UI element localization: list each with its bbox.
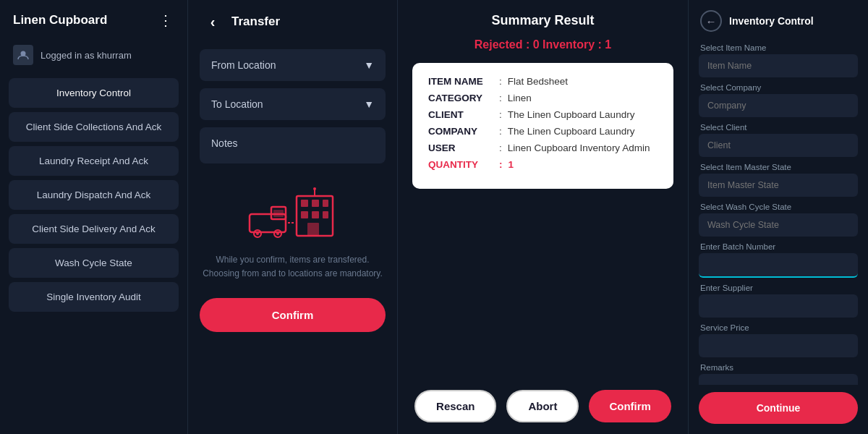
sidebar-item-laundry-dispatch[interactable]: Laundry Dispatch And Ack [9, 180, 179, 210]
client-field-label: Select Client [699, 123, 858, 132]
batch-field-label: Enter Batch Number [699, 242, 858, 251]
from-location-arrow-icon: ▼ [364, 59, 374, 71]
confirm-summary-button[interactable]: Confirm [589, 390, 671, 422]
user-label: Logged in as khurram [41, 50, 132, 61]
wash-cycle-field-label: Select Wash Cycle State [699, 203, 858, 211]
field-group-client: Select Client [699, 123, 858, 157]
item-name-value: Flat Bedsheet [508, 76, 568, 87]
rescan-button[interactable]: Rescan [414, 390, 496, 422]
user-sep: : [499, 142, 502, 153]
batch-number-input[interactable] [699, 253, 858, 278]
company-value: The Linen Cupboard Laundry [508, 126, 635, 137]
to-location-arrow-icon: ▼ [364, 98, 374, 110]
company-input[interactable] [699, 94, 858, 117]
client-label: CLIENT [428, 109, 493, 120]
transfer-title: Transfer [231, 14, 280, 29]
summary-title: Summary Result [398, 0, 688, 35]
transfer-info-text: While you confirm, items are transfered.… [188, 250, 397, 292]
remarks-input[interactable] [699, 374, 858, 385]
user-value: Linen Cupboard Inventory Admin [508, 142, 650, 153]
field-group-service-price: Service Price [699, 323, 858, 357]
field-group-supplier: Enter Supplier [699, 284, 858, 318]
supplier-input[interactable] [699, 294, 858, 318]
svg-rect-17 [273, 210, 284, 217]
field-group-company: Select Company [699, 83, 858, 117]
item-name-label: ITEM NAME [428, 76, 493, 87]
to-location-dropdown[interactable]: To Location ▼ [200, 88, 386, 120]
transfer-confirm-button[interactable]: Confirm [200, 298, 386, 332]
notes-field[interactable]: Notes [200, 127, 386, 163]
client-value: The Linen Cupboard Laundry [508, 109, 635, 120]
inventory-back-button[interactable]: ← [700, 10, 722, 32]
from-location-label: From Location [211, 59, 276, 71]
category-label: CATEGORY [428, 93, 493, 103]
sidebar-item-client-collections[interactable]: Client Side Collections And Ack [9, 112, 179, 142]
wash-cycle-input[interactable] [699, 213, 858, 237]
inventory-form: Select Item Name Select Company Select C… [689, 41, 868, 385]
abort-button[interactable]: Abort [506, 390, 579, 422]
summary-panel: Summary Result Rejected : 0 Inventory : … [398, 0, 689, 434]
sidebar-item-inventory-control[interactable]: Inventory Control [9, 78, 179, 108]
back-button[interactable]: ‹ [203, 12, 223, 32]
company-label: COMPANY [428, 126, 493, 137]
svg-rect-4 [323, 200, 328, 207]
field-group-item-name: Select Item Name [699, 43, 858, 77]
item-name-sep: : [499, 76, 502, 87]
summary-quantity-row: QUANTITY : 1 [428, 159, 658, 170]
summary-client-row: CLIENT : The Linen Cupboard Laundry [428, 109, 658, 120]
item-name-field-label: Select Item Name [699, 43, 858, 52]
supplier-field-label: Enter Supplier [699, 284, 858, 292]
sidebar-item-client-delivery[interactable]: Client Side Delivery And Ack [9, 214, 179, 244]
more-options-icon[interactable]: ⋮ [158, 12, 174, 29]
summary-stats: Rejected : 0 Inventory : 1 [398, 35, 688, 60]
summary-item-name-row: ITEM NAME : Flat Bedsheet [428, 76, 658, 87]
inventory-panel: ← Inventory Control Select Item Name Sel… [689, 0, 868, 434]
svg-point-14 [256, 232, 259, 235]
notes-placeholder: Notes [211, 137, 238, 149]
sidebar-item-single-audit[interactable]: Single Inventory Audit [9, 282, 179, 312]
quantity-value: 1 [509, 159, 514, 170]
sidebar-nav: Inventory Control Client Side Collection… [0, 75, 187, 315]
item-name-input[interactable] [699, 54, 858, 77]
company-sep: : [499, 126, 502, 137]
service-price-input[interactable] [699, 334, 858, 357]
from-location-dropdown[interactable]: From Location ▼ [200, 49, 386, 81]
inventory-panel-header: ← Inventory Control [689, 0, 868, 41]
category-sep: : [499, 93, 502, 103]
app-title: Linen Cupboard [13, 13, 107, 27]
quantity-label: QUANTITY [428, 159, 493, 170]
svg-point-16 [276, 232, 279, 235]
summary-category-row: CATEGORY : Linen [428, 93, 658, 103]
item-master-input[interactable] [699, 174, 858, 197]
continue-button[interactable]: Continue [699, 392, 858, 424]
user-label-card: USER [428, 142, 493, 153]
field-group-wash-cycle: Select Wash Cycle State [699, 203, 858, 237]
sidebar-item-laundry-receipt[interactable]: Laundry Receipt And Ack [9, 146, 179, 176]
company-field-label: Select Company [699, 83, 858, 92]
summary-card: ITEM NAME : Flat Bedsheet CATEGORY : Lin… [412, 63, 673, 189]
service-price-field-label: Service Price [699, 323, 858, 332]
svg-rect-6 [312, 211, 319, 218]
remarks-field-label: Remarks [699, 363, 858, 372]
sidebar-item-wash-cycle[interactable]: Wash Cycle State [9, 248, 179, 278]
svg-rect-2 [301, 200, 308, 207]
summary-user-row: USER : Linen Cupboard Inventory Admin [428, 142, 658, 153]
to-location-label: To Location [211, 98, 263, 110]
field-group-batch: Enter Batch Number [699, 242, 858, 278]
category-value: Linen [508, 93, 532, 103]
user-avatar [13, 45, 33, 65]
client-sep: : [499, 109, 502, 120]
transfer-form: From Location ▼ To Location ▼ Notes [188, 42, 397, 171]
item-master-field-label: Select Item Master State [699, 163, 858, 171]
sidebar-user: Logged in as khurram [0, 39, 187, 75]
client-input[interactable] [699, 134, 858, 157]
svg-point-10 [313, 187, 316, 190]
svg-rect-8 [307, 223, 319, 236]
svg-rect-5 [301, 211, 308, 218]
summary-company-row: COMPANY : The Linen Cupboard Laundry [428, 126, 658, 137]
sidebar: Linen Cupboard ⋮ Logged in as khurram In… [0, 0, 188, 434]
inventory-panel-title: Inventory Control [729, 15, 814, 27]
quantity-sep: : [499, 159, 503, 170]
transfer-panel: ‹ Transfer From Location ▼ To Location ▼… [188, 0, 398, 434]
transfer-illustration [188, 171, 397, 250]
